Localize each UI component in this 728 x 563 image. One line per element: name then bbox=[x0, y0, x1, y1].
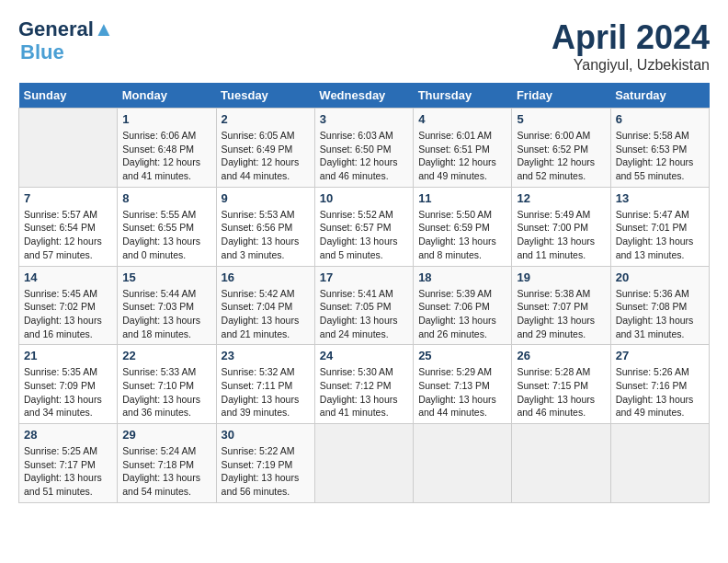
day-info: Sunrise: 5:28 AMSunset: 7:15 PMDaylight:… bbox=[517, 365, 605, 419]
day-info: Sunrise: 5:52 AMSunset: 6:57 PMDaylight:… bbox=[320, 208, 408, 262]
day-number: 22 bbox=[122, 349, 210, 362]
weekday-row: SundayMondayTuesdayWednesdayThursdayFrid… bbox=[19, 83, 710, 109]
day-info: Sunrise: 5:45 AMSunset: 7:02 PMDaylight:… bbox=[24, 287, 112, 341]
week-row-2: 7Sunrise: 5:57 AMSunset: 6:54 PMDaylight… bbox=[19, 187, 710, 266]
calendar-header: SundayMondayTuesdayWednesdayThursdayFrid… bbox=[19, 83, 710, 109]
day-cell: 24Sunrise: 5:30 AMSunset: 7:12 PMDayligh… bbox=[314, 345, 413, 424]
day-cell bbox=[414, 424, 512, 503]
day-number: 21 bbox=[24, 349, 112, 362]
day-cell bbox=[512, 424, 610, 503]
weekday-header-sunday: Sunday bbox=[19, 83, 118, 109]
weekday-header-thursday: Thursday bbox=[414, 83, 512, 109]
day-number: 11 bbox=[418, 191, 506, 205]
logo-subtext: Blue bbox=[20, 40, 64, 64]
day-cell: 15Sunrise: 5:44 AMSunset: 7:03 PMDayligh… bbox=[118, 266, 216, 345]
day-number: 29 bbox=[122, 428, 210, 442]
day-info: Sunrise: 6:00 AMSunset: 6:52 PMDaylight:… bbox=[517, 129, 605, 183]
day-number: 14 bbox=[24, 270, 112, 284]
day-cell: 30Sunrise: 5:22 AMSunset: 7:19 PMDayligh… bbox=[216, 424, 314, 503]
day-info: Sunrise: 5:30 AMSunset: 7:12 PMDaylight:… bbox=[320, 365, 408, 419]
day-number: 6 bbox=[616, 112, 704, 126]
day-number: 18 bbox=[418, 270, 506, 284]
day-number: 5 bbox=[517, 112, 605, 126]
day-cell: 1Sunrise: 6:06 AMSunset: 6:48 PMDaylight… bbox=[118, 109, 216, 188]
day-info: Sunrise: 6:03 AMSunset: 6:50 PMDaylight:… bbox=[320, 129, 408, 183]
day-info: Sunrise: 5:58 AMSunset: 6:53 PMDaylight:… bbox=[616, 129, 704, 183]
day-info: Sunrise: 6:06 AMSunset: 6:48 PMDaylight:… bbox=[122, 129, 210, 183]
day-info: Sunrise: 5:41 AMSunset: 7:05 PMDaylight:… bbox=[320, 287, 408, 341]
day-cell: 14Sunrise: 5:45 AMSunset: 7:02 PMDayligh… bbox=[19, 266, 118, 345]
day-info: Sunrise: 5:55 AMSunset: 6:55 PMDaylight:… bbox=[122, 208, 210, 262]
day-info: Sunrise: 5:44 AMSunset: 7:03 PMDaylight:… bbox=[122, 287, 210, 341]
day-cell: 3Sunrise: 6:03 AMSunset: 6:50 PMDaylight… bbox=[314, 109, 413, 188]
day-cell: 5Sunrise: 6:00 AMSunset: 6:52 PMDaylight… bbox=[512, 109, 610, 188]
day-number: 26 bbox=[517, 349, 605, 362]
day-info: Sunrise: 5:38 AMSunset: 7:07 PMDaylight:… bbox=[517, 287, 605, 341]
day-cell: 11Sunrise: 5:50 AMSunset: 6:59 PMDayligh… bbox=[414, 187, 512, 266]
weekday-header-monday: Monday bbox=[118, 83, 216, 109]
page-header: General▲ Blue April 2024 Yangiyul, Uzbek… bbox=[18, 18, 710, 74]
day-info: Sunrise: 5:32 AMSunset: 7:11 PMDaylight:… bbox=[222, 365, 310, 419]
day-number: 8 bbox=[122, 191, 210, 205]
day-info: Sunrise: 5:49 AMSunset: 7:00 PMDaylight:… bbox=[517, 208, 605, 262]
day-number: 27 bbox=[616, 349, 704, 362]
day-cell: 25Sunrise: 5:29 AMSunset: 7:13 PMDayligh… bbox=[414, 345, 512, 424]
day-info: Sunrise: 6:01 AMSunset: 6:51 PMDaylight:… bbox=[418, 129, 506, 183]
day-info: Sunrise: 5:29 AMSunset: 7:13 PMDaylight:… bbox=[418, 365, 506, 419]
day-number: 13 bbox=[616, 191, 704, 205]
day-cell: 28Sunrise: 5:25 AMSunset: 7:17 PMDayligh… bbox=[19, 424, 118, 503]
day-number: 9 bbox=[222, 191, 310, 205]
week-row-4: 21Sunrise: 5:35 AMSunset: 7:09 PMDayligh… bbox=[19, 345, 710, 424]
day-number: 16 bbox=[222, 270, 310, 284]
day-number: 7 bbox=[24, 191, 112, 205]
day-cell: 20Sunrise: 5:36 AMSunset: 7:08 PMDayligh… bbox=[610, 266, 709, 345]
weekday-header-saturday: Saturday bbox=[610, 83, 709, 109]
day-cell: 8Sunrise: 5:55 AMSunset: 6:55 PMDaylight… bbox=[118, 187, 216, 266]
day-number: 20 bbox=[616, 270, 704, 284]
day-cell: 9Sunrise: 5:53 AMSunset: 6:56 PMDaylight… bbox=[216, 187, 314, 266]
weekday-header-tuesday: Tuesday bbox=[216, 83, 314, 109]
day-cell: 18Sunrise: 5:39 AMSunset: 7:06 PMDayligh… bbox=[414, 266, 512, 345]
day-number: 12 bbox=[517, 191, 605, 205]
day-cell: 26Sunrise: 5:28 AMSunset: 7:15 PMDayligh… bbox=[512, 345, 610, 424]
day-number: 1 bbox=[122, 112, 210, 126]
day-number: 30 bbox=[222, 428, 310, 442]
day-cell: 7Sunrise: 5:57 AMSunset: 6:54 PMDaylight… bbox=[19, 187, 118, 266]
calendar-body: 1Sunrise: 6:06 AMSunset: 6:48 PMDaylight… bbox=[19, 109, 710, 503]
logo: General▲ Blue bbox=[18, 18, 114, 64]
day-cell: 27Sunrise: 5:26 AMSunset: 7:16 PMDayligh… bbox=[610, 345, 709, 424]
day-number: 19 bbox=[517, 270, 605, 284]
day-info: Sunrise: 5:35 AMSunset: 7:09 PMDaylight:… bbox=[24, 365, 112, 419]
weekday-header-wednesday: Wednesday bbox=[314, 83, 413, 109]
day-info: Sunrise: 5:39 AMSunset: 7:06 PMDaylight:… bbox=[418, 287, 506, 341]
day-number: 10 bbox=[320, 191, 408, 205]
day-info: Sunrise: 5:25 AMSunset: 7:17 PMDaylight:… bbox=[24, 444, 112, 499]
day-info: Sunrise: 5:57 AMSunset: 6:54 PMDaylight:… bbox=[24, 208, 112, 262]
day-number: 28 bbox=[24, 428, 112, 442]
day-cell: 17Sunrise: 5:41 AMSunset: 7:05 PMDayligh… bbox=[314, 266, 413, 345]
weekday-header-friday: Friday bbox=[512, 83, 610, 109]
day-cell bbox=[19, 109, 118, 188]
day-number: 2 bbox=[222, 112, 310, 126]
calendar-table: SundayMondayTuesdayWednesdayThursdayFrid… bbox=[18, 83, 710, 503]
day-cell: 22Sunrise: 5:33 AMSunset: 7:10 PMDayligh… bbox=[118, 345, 216, 424]
day-cell: 23Sunrise: 5:32 AMSunset: 7:11 PMDayligh… bbox=[216, 345, 314, 424]
day-info: Sunrise: 5:24 AMSunset: 7:18 PMDaylight:… bbox=[122, 444, 210, 499]
day-cell: 13Sunrise: 5:47 AMSunset: 7:01 PMDayligh… bbox=[610, 187, 709, 266]
day-number: 15 bbox=[122, 270, 210, 284]
day-info: Sunrise: 5:33 AMSunset: 7:10 PMDaylight:… bbox=[122, 365, 210, 419]
day-cell bbox=[610, 424, 709, 503]
day-number: 23 bbox=[222, 349, 310, 362]
day-number: 4 bbox=[418, 112, 506, 126]
title-section: April 2024 Yangiyul, Uzbekistan bbox=[552, 18, 710, 74]
day-cell: 21Sunrise: 5:35 AMSunset: 7:09 PMDayligh… bbox=[19, 345, 118, 424]
day-info: Sunrise: 5:36 AMSunset: 7:08 PMDaylight:… bbox=[616, 287, 704, 341]
day-cell bbox=[314, 424, 413, 503]
day-info: Sunrise: 5:47 AMSunset: 7:01 PMDaylight:… bbox=[616, 208, 704, 262]
day-number: 17 bbox=[320, 270, 408, 284]
day-number: 25 bbox=[418, 349, 506, 362]
day-cell: 4Sunrise: 6:01 AMSunset: 6:51 PMDaylight… bbox=[414, 109, 512, 188]
day-cell: 19Sunrise: 5:38 AMSunset: 7:07 PMDayligh… bbox=[512, 266, 610, 345]
day-info: Sunrise: 5:50 AMSunset: 6:59 PMDaylight:… bbox=[418, 208, 506, 262]
day-cell: 16Sunrise: 5:42 AMSunset: 7:04 PMDayligh… bbox=[216, 266, 314, 345]
